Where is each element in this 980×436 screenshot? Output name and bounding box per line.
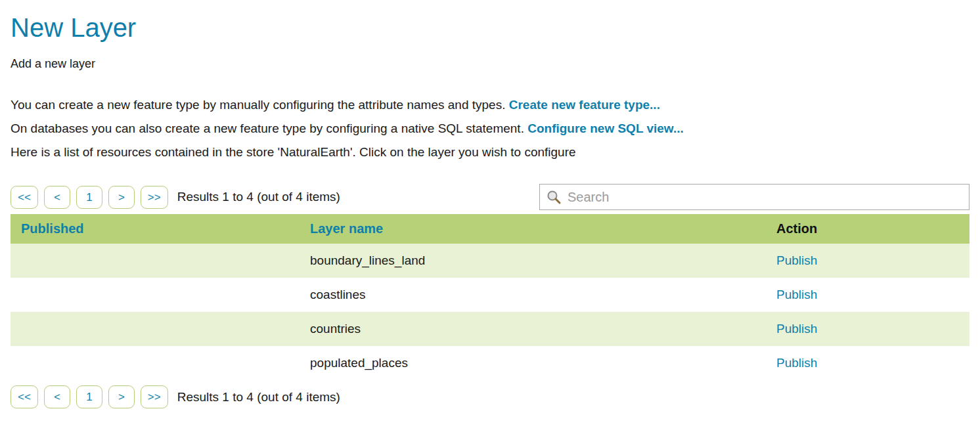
layer-name-cell: countries	[300, 312, 766, 346]
publish-link[interactable]: Publish	[776, 253, 817, 267]
layer-name-cell: coastlines	[300, 278, 766, 312]
layers-table-body: boundary_lines_land Publish coastlines P…	[11, 244, 969, 380]
table-row: coastlines Publish	[11, 278, 969, 312]
action-cell: Publish	[766, 244, 969, 278]
intro-line1-text: You can create a new feature type by man…	[11, 98, 509, 112]
layer-name: populated_places	[310, 356, 408, 370]
table-row: populated_places Publish	[11, 346, 969, 380]
column-header-published: Published	[11, 214, 300, 244]
results-summary: Results 1 to 4 (out of 4 items)	[177, 390, 340, 404]
pager-page-button[interactable]: 1	[76, 385, 102, 408]
search-input[interactable]	[539, 184, 969, 210]
top-toolbar: << < 1 > >> Results 1 to 4 (out of 4 ite…	[11, 184, 969, 210]
layers-table-header: Published Layer name Action	[11, 214, 969, 244]
published-cell	[11, 244, 300, 278]
intro-text: You can create a new feature type by man…	[11, 93, 969, 164]
sort-layer-name-link[interactable]: Layer name	[310, 221, 383, 236]
table-row: boundary_lines_land Publish	[11, 244, 969, 278]
sort-published-link[interactable]: Published	[21, 221, 84, 236]
search-icon	[546, 189, 562, 205]
layer-name-cell: populated_places	[300, 346, 766, 380]
bottom-toolbar: << < 1 > >> Results 1 to 4 (out of 4 ite…	[11, 385, 969, 408]
published-cell	[11, 312, 300, 346]
publish-link[interactable]: Publish	[776, 356, 817, 370]
intro-line-3: Here is a list of resources contained in…	[11, 141, 969, 164]
pager-page-button[interactable]: 1	[76, 186, 102, 209]
pager-first-button[interactable]: <<	[11, 385, 38, 408]
layer-name-cell: boundary_lines_land	[300, 244, 766, 278]
published-cell	[11, 346, 300, 380]
column-header-layer-name: Layer name	[300, 214, 766, 244]
pager-prev-button[interactable]: <	[44, 186, 70, 209]
publish-link[interactable]: Publish	[776, 288, 817, 301]
pager-last-button[interactable]: >>	[141, 385, 168, 408]
pager-next-button[interactable]: >	[108, 186, 135, 209]
top-pager: << < 1 > >>	[11, 186, 168, 209]
pager-next-button[interactable]: >	[108, 385, 135, 408]
pager-first-button[interactable]: <<	[11, 186, 38, 209]
layer-name: countries	[310, 322, 361, 336]
new-layer-page: New Layer Add a new layer You can create…	[0, 0, 980, 436]
action-cell: Publish	[766, 312, 969, 346]
create-feature-type-link[interactable]: Create new feature type...	[509, 98, 660, 112]
bottom-pager: << < 1 > >>	[11, 385, 168, 408]
layer-name: coastlines	[310, 288, 366, 301]
published-cell	[11, 278, 300, 312]
layers-table: Published Layer name Action boundary_lin…	[11, 214, 969, 380]
intro-line3-text: Here is a list of resources contained in…	[11, 145, 576, 159]
search-box	[539, 184, 969, 210]
action-cell: Publish	[766, 346, 969, 380]
layer-name: boundary_lines_land	[310, 253, 425, 267]
configure-sql-view-link[interactable]: Configure new SQL view...	[527, 121, 684, 135]
table-row: countries Publish	[11, 312, 969, 346]
page-title: New Layer	[11, 13, 969, 43]
action-header-label: Action	[776, 221, 817, 236]
pager-last-button[interactable]: >>	[141, 186, 168, 209]
publish-link[interactable]: Publish	[776, 322, 817, 336]
results-summary: Results 1 to 4 (out of 4 items)	[177, 190, 340, 204]
action-cell: Publish	[766, 278, 969, 312]
intro-line-2: On databases you can also create a new f…	[11, 117, 969, 141]
intro-line2-text: On databases you can also create a new f…	[11, 121, 527, 135]
intro-line-1: You can create a new feature type by man…	[11, 93, 969, 117]
column-header-action: Action	[766, 214, 969, 244]
pager-prev-button[interactable]: <	[44, 385, 70, 408]
page-subtitle: Add a new layer	[11, 57, 969, 71]
